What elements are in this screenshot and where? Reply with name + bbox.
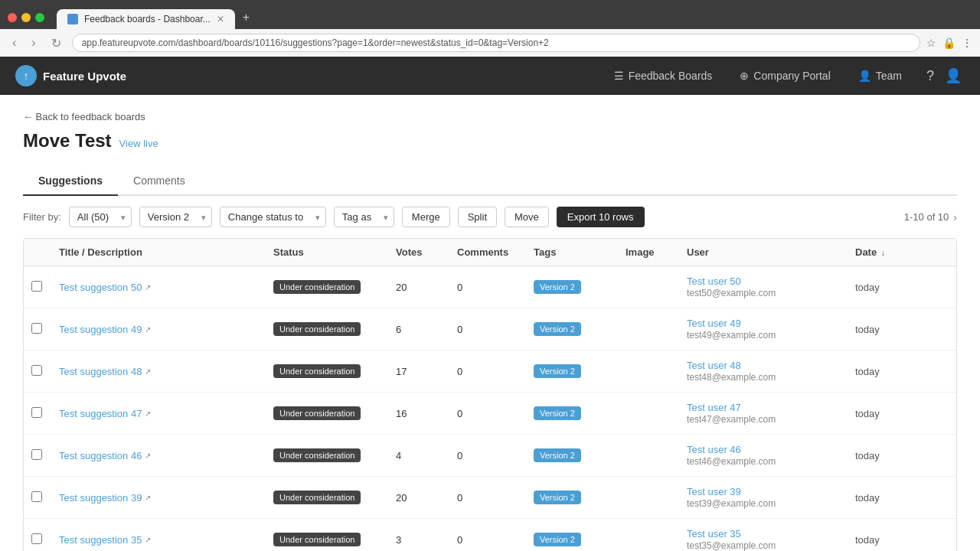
- row-status-cell: Under consideration: [266, 280, 388, 294]
- status-badge: Under consideration: [273, 280, 361, 294]
- move-button[interactable]: Move: [505, 207, 549, 227]
- window-controls: [8, 13, 44, 22]
- view-live-link[interactable]: View live: [119, 138, 158, 149]
- row-checkbox[interactable]: [31, 365, 42, 376]
- external-link-icon: ↗: [145, 367, 151, 376]
- app-logo: ↑ Feature Upvote: [15, 65, 126, 86]
- row-status-cell: Under consideration: [266, 448, 388, 462]
- back-to-boards-link[interactable]: ← Back to feedback boards: [23, 111, 145, 122]
- row-checkbox-cell: [24, 491, 51, 504]
- row-tags-cell: Version 2: [526, 533, 618, 546]
- version-filter-select[interactable]: Version 2: [139, 207, 212, 227]
- row-date-cell: today: [848, 366, 924, 377]
- nav-team[interactable]: 👤 Team: [844, 57, 916, 95]
- suggestion-link[interactable]: Test suggestion 50 ↗: [59, 282, 258, 293]
- th-comments: Comments: [449, 246, 526, 258]
- external-link-icon: ↗: [145, 325, 151, 334]
- tag-badge[interactable]: Version 2: [534, 280, 581, 294]
- user-link[interactable]: Test user 49: [687, 318, 840, 329]
- status-badge: Under consideration: [273, 406, 361, 420]
- row-date-cell: today: [848, 324, 924, 335]
- address-bar[interactable]: app.featureupvote.com/dashboard/boards/1…: [72, 34, 920, 52]
- user-link[interactable]: Test user 46: [687, 444, 840, 455]
- suggestion-link[interactable]: Test suggestion 39 ↗: [59, 492, 258, 504]
- user-link[interactable]: Test user 50: [687, 276, 840, 287]
- table-row: Test suggestion 49 ↗ Under consideration…: [24, 308, 956, 350]
- user-link[interactable]: Test user 35: [687, 528, 840, 540]
- browser-chrome: Feedback boards - Dashboar... ✕ +: [0, 0, 980, 29]
- row-checkbox[interactable]: [31, 533, 42, 544]
- tab-suggestions[interactable]: Suggestions: [23, 167, 118, 196]
- pagination-next-arrow[interactable]: ›: [953, 211, 957, 223]
- user-link[interactable]: Test user 47: [687, 402, 840, 413]
- row-checkbox[interactable]: [31, 281, 42, 292]
- external-link-icon: ↗: [145, 494, 151, 502]
- suggestion-link[interactable]: Test suggestion 35 ↗: [59, 534, 258, 546]
- row-user-cell: Test user 50test50@example.com: [679, 276, 848, 298]
- row-checkbox[interactable]: [31, 323, 42, 334]
- url-text: app.featureupvote.com/dashboard/boards/1…: [82, 37, 549, 48]
- suggestion-link[interactable]: Test suggestion 48 ↗: [59, 366, 258, 377]
- split-button[interactable]: Split: [458, 207, 497, 227]
- reload-button[interactable]: ↻: [47, 34, 66, 52]
- row-status-cell: Under consideration: [266, 322, 388, 336]
- bookmark-icon[interactable]: ☆: [926, 37, 936, 49]
- tag-badge[interactable]: Version 2: [534, 533, 581, 546]
- back-button[interactable]: ‹: [8, 34, 21, 51]
- row-title-cell: Test suggestion 50 ↗: [51, 282, 266, 293]
- row-status-cell: Under consideration: [266, 406, 388, 420]
- user-link[interactable]: Test user 48: [687, 360, 840, 371]
- export-button[interactable]: Export 10 rows: [557, 207, 645, 227]
- user-link[interactable]: Test user 39: [687, 486, 840, 497]
- table-header: Title / Description Status Votes Comment…: [24, 239, 956, 266]
- new-tab-button[interactable]: +: [235, 6, 257, 29]
- tab-title: Feedback boards - Dashboar...: [84, 14, 211, 24]
- row-tags-cell: Version 2: [526, 406, 618, 420]
- account-button[interactable]: 👤: [942, 64, 965, 87]
- all-filter-select[interactable]: All (50): [69, 207, 132, 227]
- forward-button[interactable]: ›: [27, 34, 40, 51]
- status-badge: Under consideration: [273, 322, 361, 336]
- tag-badge[interactable]: Version 2: [534, 406, 581, 420]
- more-icon[interactable]: ⋮: [962, 37, 972, 49]
- close-window-button[interactable]: [8, 13, 17, 22]
- row-comments-cell: 0: [449, 366, 526, 377]
- row-votes-cell: 6: [388, 324, 449, 335]
- pagination-text: 1-10 of 10: [904, 211, 949, 223]
- suggestion-link[interactable]: Test suggestion 49 ↗: [59, 324, 258, 335]
- nav-feedback-boards-label: Feedback Boards: [629, 70, 713, 82]
- row-comments-cell: 0: [449, 450, 526, 461]
- suggestion-link[interactable]: Test suggestion 47 ↗: [59, 408, 258, 419]
- tag-badge[interactable]: Version 2: [534, 448, 581, 462]
- th-image: Image: [618, 246, 679, 258]
- row-status-cell: Under consideration: [266, 364, 388, 378]
- row-title-cell: Test suggestion 39 ↗: [51, 492, 266, 504]
- tab-close-button[interactable]: ✕: [217, 14, 224, 24]
- row-checkbox[interactable]: [31, 407, 42, 418]
- active-tab[interactable]: Feedback boards - Dashboar... ✕: [57, 9, 235, 29]
- row-checkbox[interactable]: [31, 449, 42, 460]
- tag-badge[interactable]: Version 2: [534, 491, 581, 504]
- row-checkbox[interactable]: [31, 491, 42, 502]
- table-row: Test suggestion 39 ↗ Under consideration…: [24, 477, 956, 519]
- row-comments-cell: 0: [449, 282, 526, 293]
- help-button[interactable]: ?: [923, 65, 937, 87]
- row-date-cell: today: [848, 492, 924, 504]
- row-tags-cell: Version 2: [526, 491, 618, 504]
- tag-badge[interactable]: Version 2: [534, 364, 581, 378]
- extension-icon[interactable]: 🔒: [942, 37, 956, 49]
- tag-badge[interactable]: Version 2: [534, 322, 581, 336]
- merge-button[interactable]: Merge: [402, 207, 450, 227]
- suggestion-link[interactable]: Test suggestion 46 ↗: [59, 450, 258, 461]
- tab-comments[interactable]: Comments: [118, 167, 201, 196]
- maximize-window-button[interactable]: [35, 13, 44, 22]
- nav-company-portal[interactable]: ⊕ Company Portal: [726, 57, 844, 95]
- tag-filter-select[interactable]: Tag as: [334, 207, 394, 227]
- nav-team-label: Team: [876, 70, 902, 82]
- minimize-window-button[interactable]: [21, 13, 31, 22]
- nav-feedback-boards[interactable]: ☰ Feedback Boards: [600, 57, 727, 95]
- th-status: Status: [266, 246, 388, 258]
- version-filter-wrapper: Version 2: [139, 207, 212, 227]
- row-votes-cell: 3: [388, 534, 449, 546]
- status-filter-select[interactable]: Change status to: [220, 207, 326, 227]
